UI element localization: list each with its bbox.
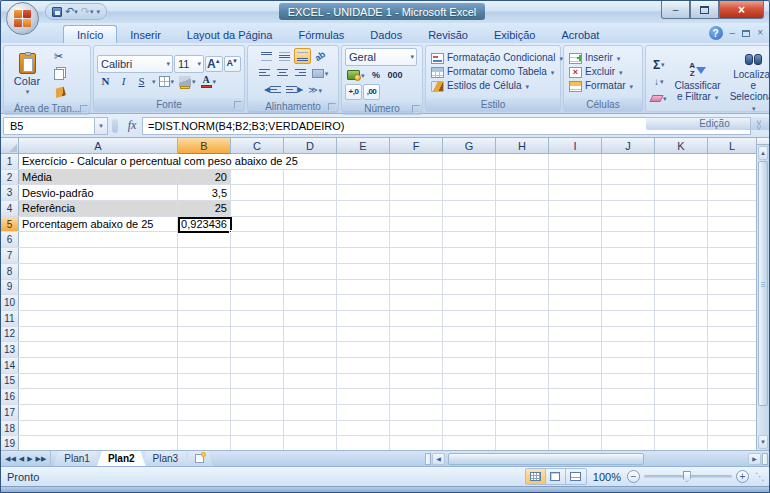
align-bottom-button[interactable] (294, 48, 311, 64)
office-button[interactable] (6, 2, 39, 35)
tab-split-handle[interactable] (425, 453, 431, 465)
increase-decimal-button[interactable]: +,0 (345, 84, 362, 100)
row-header[interactable]: 14 (1, 358, 19, 373)
insert-function-button[interactable]: fx (122, 118, 142, 133)
empty-cells[interactable] (231, 248, 756, 263)
paste-button[interactable]: Colar ▾ (7, 52, 47, 97)
row-header[interactable]: 12 (1, 327, 19, 342)
empty-cells[interactable] (231, 232, 756, 247)
empty-cell[interactable] (178, 232, 231, 247)
italic-button[interactable]: I (115, 74, 132, 90)
workbook-minimize-button[interactable]: – (730, 28, 736, 38)
tab-formulas[interactable]: Fórmulas (286, 26, 358, 43)
number-format-select[interactable]: Geral▾ (345, 48, 417, 66)
insert-cells-button[interactable]: Inserir▾ (567, 52, 622, 65)
minimize-button[interactable]: – (661, 1, 690, 19)
tab-dados[interactable]: Dados (357, 26, 415, 43)
row-header[interactable]: 8 (1, 264, 19, 279)
row-header[interactable]: 6 (1, 232, 19, 247)
save-button[interactable] (52, 7, 62, 17)
dialog-launcher-icon[interactable] (328, 103, 336, 111)
empty-cell[interactable] (19, 358, 178, 373)
tab-acrobat[interactable]: Acrobat (548, 26, 612, 43)
cell-b2[interactable]: 20 (178, 170, 231, 185)
empty-cell[interactable] (19, 342, 178, 357)
tab-revisao[interactable]: Revisão (415, 26, 481, 43)
name-box-dropdown[interactable]: ▾ (95, 117, 108, 135)
tab-inserir[interactable]: Inserir (117, 26, 174, 43)
column-header-d[interactable]: D (284, 138, 337, 154)
empty-cell[interactable] (178, 405, 231, 420)
underline-dropdown-icon[interactable]: ▾ (152, 78, 156, 86)
workbook-close-button[interactable]: × (757, 28, 763, 38)
empty-cell[interactable] (178, 389, 231, 404)
empty-cell[interactable] (178, 374, 231, 389)
empty-cell[interactable] (178, 248, 231, 263)
empty-cells[interactable] (231, 436, 756, 450)
delete-cells-button[interactable]: ×Excluir▾ (567, 66, 625, 79)
redo-button[interactable]: ↷▾ (81, 6, 94, 17)
tab-exibicao[interactable]: Exibição (481, 26, 549, 43)
vertical-scroll-thumb[interactable] (758, 161, 768, 406)
empty-cell[interactable] (178, 342, 231, 357)
sheet-tab-plan2-active[interactable]: Plan2 (97, 451, 146, 466)
empty-cells[interactable] (231, 185, 756, 200)
empty-cells[interactable] (231, 217, 756, 232)
zoom-in-button[interactable]: + (736, 470, 749, 483)
empty-cell[interactable] (178, 436, 231, 450)
fill-handle[interactable] (229, 230, 232, 233)
decrease-indent-button[interactable]: ◀ (262, 82, 283, 98)
cell-a5[interactable]: Porcentagem abaixo de 25 (19, 217, 178, 232)
empty-cells[interactable] (231, 405, 756, 420)
empty-cells[interactable] (231, 342, 756, 357)
column-header-e[interactable]: E (337, 138, 390, 154)
first-sheet-button[interactable]: ◀◀ (5, 455, 16, 463)
select-all-button[interactable] (1, 138, 19, 154)
empty-cells[interactable] (231, 358, 756, 373)
zoom-thumb[interactable] (683, 471, 691, 482)
zoom-out-button[interactable]: − (627, 470, 640, 483)
row-header[interactable]: 16 (1, 389, 19, 404)
empty-cell[interactable] (19, 232, 178, 247)
sheet-tab-plan3[interactable]: Plan3 (142, 451, 190, 466)
cell-styles-button[interactable]: Estilos de Célula▾ (429, 80, 531, 93)
scroll-right-button[interactable]: ▶ (748, 453, 761, 465)
decrease-decimal-button[interactable]: ,00 (363, 84, 380, 100)
dialog-launcher-icon[interactable] (412, 105, 420, 113)
accounting-format-button[interactable]: ▾ (345, 67, 367, 83)
empty-cell[interactable] (178, 264, 231, 279)
comma-style-button[interactable]: 000 (386, 67, 405, 83)
close-button[interactable]: × (719, 1, 764, 19)
cell-a4[interactable]: Referência (19, 201, 178, 216)
empty-cell[interactable] (19, 405, 178, 420)
row-header[interactable]: 9 (1, 280, 19, 295)
vertical-split-handle[interactable] (757, 138, 769, 145)
row-header[interactable]: 2 (1, 170, 19, 185)
bold-button[interactable]: N (97, 74, 114, 90)
row-header[interactable]: 7 (1, 248, 19, 263)
resize-grip[interactable]: ⋱ (755, 471, 763, 482)
empty-cells[interactable] (337, 154, 756, 169)
empty-cell[interactable] (178, 311, 231, 326)
column-header-l[interactable]: L (708, 138, 756, 154)
zoom-level[interactable]: 100% (593, 471, 621, 483)
empty-cells[interactable] (231, 280, 756, 295)
insert-worksheet-button[interactable] (185, 451, 213, 466)
empty-cell[interactable] (178, 295, 231, 310)
scroll-down-button[interactable]: ▼ (758, 435, 768, 449)
horizontal-scroll-track[interactable] (446, 453, 747, 465)
column-header-c[interactable]: C (231, 138, 284, 154)
next-sheet-button[interactable]: ▶ (27, 455, 32, 463)
empty-cells[interactable] (231, 421, 756, 436)
percent-style-button[interactable]: % (368, 67, 385, 83)
orientation-button[interactable]: ab (312, 48, 329, 64)
row-header[interactable]: 4 (1, 201, 19, 216)
row-header[interactable]: 3 (1, 185, 19, 200)
cell-a2[interactable]: Média (19, 170, 178, 185)
horizontal-split-handle[interactable] (762, 453, 768, 465)
row-header[interactable]: 11 (1, 311, 19, 326)
empty-cells[interactable] (231, 264, 756, 279)
empty-cell[interactable] (19, 248, 178, 263)
previous-sheet-button[interactable]: ◀ (19, 455, 24, 463)
empty-cells[interactable] (231, 311, 756, 326)
